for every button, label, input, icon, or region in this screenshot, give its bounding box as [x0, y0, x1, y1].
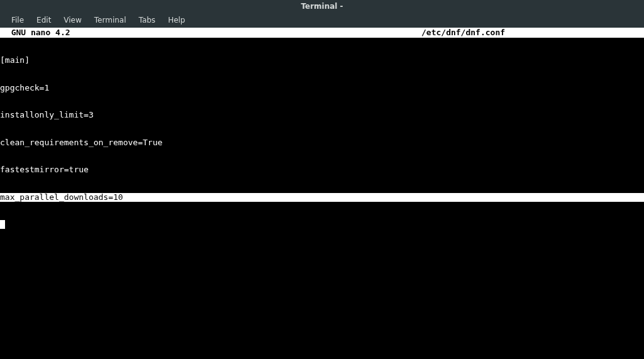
menubar: File Edit View Terminal Tabs Help [0, 13, 644, 28]
editor-line[interactable]: clean_requirements_on_remove=True [0, 138, 644, 148]
nano-header: GNU nano 4.2 /etc/dnf/dnf.conf [0, 28, 644, 38]
window-titlebar: Terminal - [0, 0, 644, 13]
menu-edit[interactable]: Edit [30, 13, 57, 28]
text-cursor [0, 220, 5, 229]
menu-view[interactable]: View [57, 13, 87, 28]
nano-file-path: /etc/dnf/dnf.conf [421, 28, 505, 38]
editor-line-current[interactable]: max_parallel_downloads=10 [0, 193, 644, 202]
editor-line[interactable]: installonly_limit=3 [0, 111, 644, 120]
window-title: Terminal - [301, 2, 343, 11]
menu-file[interactable]: File [5, 13, 30, 28]
editor-line[interactable]: fastestmirror=true [0, 165, 644, 175]
editor-area[interactable]: [main] gpgcheck=1 installonly_limit=3 cl… [0, 38, 644, 359]
menu-terminal[interactable]: Terminal [88, 13, 133, 28]
menu-help[interactable]: Help [162, 13, 191, 28]
editor-line[interactable]: [main] [0, 56, 644, 65]
nano-app-label: GNU nano 4.2 [0, 28, 70, 38]
editor-line[interactable]: gpgcheck=1 [0, 84, 644, 93]
editor-cursor-line[interactable] [0, 220, 644, 229]
menu-tabs[interactable]: Tabs [133, 13, 162, 28]
